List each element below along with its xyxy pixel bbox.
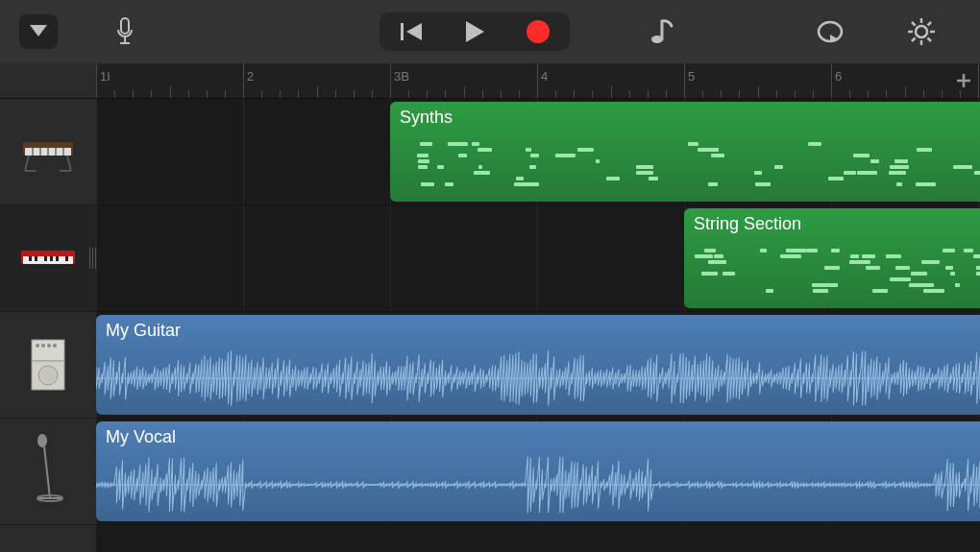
record-button[interactable] [506, 12, 570, 51]
svg-marker-6 [466, 21, 484, 42]
svg-rect-1 [121, 18, 129, 34]
svg-point-7 [527, 20, 550, 43]
svg-rect-34 [35, 256, 37, 261]
timeline-ruler[interactable]: 1I23B4567C [96, 63, 980, 99]
gear-icon [907, 17, 936, 46]
svg-rect-38 [65, 256, 68, 261]
ruler-label: 4 [541, 69, 548, 84]
instruments-button[interactable] [639, 12, 685, 51]
svg-rect-36 [50, 256, 53, 261]
track-header-vocal[interactable] [0, 419, 96, 525]
midi-notes-preview [694, 249, 980, 300]
svg-rect-4 [401, 23, 404, 40]
svg-line-16 [912, 22, 916, 26]
mic-stand-icon [29, 433, 67, 510]
svg-point-44 [47, 344, 51, 348]
svg-point-43 [41, 344, 45, 348]
track-header-guitar[interactable] [0, 312, 96, 419]
track-header-strings[interactable] [0, 205, 96, 312]
rewind-icon [399, 22, 424, 41]
record-icon [526, 19, 551, 44]
waveform-preview [96, 454, 980, 516]
synth-keyboard-icon [17, 129, 79, 175]
svg-rect-35 [44, 256, 47, 261]
region-label: String Section [694, 214, 980, 234]
svg-point-45 [53, 344, 57, 348]
ruler-bar: 3B [390, 63, 537, 98]
ruler-label: 6 [835, 69, 842, 84]
transport-controls [380, 12, 570, 51]
sidebar-spacer [0, 63, 96, 99]
svg-point-11 [916, 26, 927, 37]
track-header-sidebar [0, 63, 96, 552]
track-lane-synths[interactable]: Synths [96, 99, 980, 205]
region-label: My Vocal [106, 427, 980, 447]
rewind-button[interactable] [380, 12, 443, 51]
ruler-label: 5 [688, 69, 695, 84]
main-area: 1I23B4567C SynthsString SectionMy Guitar… [0, 63, 980, 552]
settings-button[interactable] [898, 12, 944, 51]
ruler-bar: 2 [243, 63, 390, 98]
track-header-synths[interactable] [0, 99, 96, 205]
play-icon [464, 20, 485, 43]
region-label: My Guitar [106, 321, 980, 341]
ruler-bar: 5 [684, 63, 831, 98]
arrangement-area[interactable]: 1I23B4567C SynthsString SectionMy Guitar… [96, 63, 980, 552]
loop-button[interactable] [807, 12, 853, 51]
waveform-preview [96, 348, 980, 409]
loop-icon [816, 19, 845, 44]
region-strings[interactable]: String Section [684, 208, 980, 308]
amp-icon [24, 334, 72, 396]
ruler-label: 3B [394, 69, 409, 84]
ruler-label: 2 [247, 69, 254, 84]
track-lanes: SynthsString SectionMy GuitarMy Vocal [96, 99, 980, 525]
microphone-icon [115, 17, 135, 46]
svg-marker-0 [30, 25, 47, 36]
input-mic-button[interactable] [102, 12, 148, 51]
track-lane-guitar[interactable]: My Guitar [96, 312, 980, 419]
svg-line-18 [928, 22, 932, 26]
music-note-icon [649, 18, 674, 45]
ruler-bar: 4 [537, 63, 684, 98]
ruler-label: 1I [100, 69, 110, 84]
region-vocal[interactable]: My Vocal [96, 421, 980, 521]
svg-line-17 [928, 38, 932, 42]
menu-triangle-icon [30, 25, 47, 38]
ruler-bar: 1I [96, 63, 243, 98]
ruler-bar: 6 [831, 63, 978, 98]
region-synths[interactable]: Synths [390, 102, 980, 202]
svg-rect-33 [29, 256, 32, 261]
midi-notes-preview [400, 142, 980, 194]
svg-line-28 [67, 156, 71, 171]
red-keyboard-icon [17, 239, 79, 277]
track-lane-strings[interactable]: String Section [96, 205, 980, 312]
region-label: Synths [400, 108, 980, 128]
svg-point-42 [36, 344, 39, 348]
view-menu-button[interactable] [19, 14, 58, 49]
svg-line-19 [912, 38, 916, 42]
track-lane-vocal[interactable]: My Vocal [96, 419, 980, 525]
svg-line-47 [44, 446, 50, 498]
drag-handle-icon[interactable] [89, 248, 96, 269]
svg-line-27 [25, 156, 29, 171]
svg-point-41 [38, 366, 58, 385]
svg-point-46 [37, 434, 47, 447]
svg-rect-39 [32, 340, 64, 361]
play-button[interactable] [443, 12, 506, 51]
svg-rect-37 [56, 256, 59, 261]
top-toolbar [0, 0, 980, 63]
region-guitar[interactable]: My Guitar [96, 315, 980, 415]
svg-marker-5 [406, 23, 422, 40]
